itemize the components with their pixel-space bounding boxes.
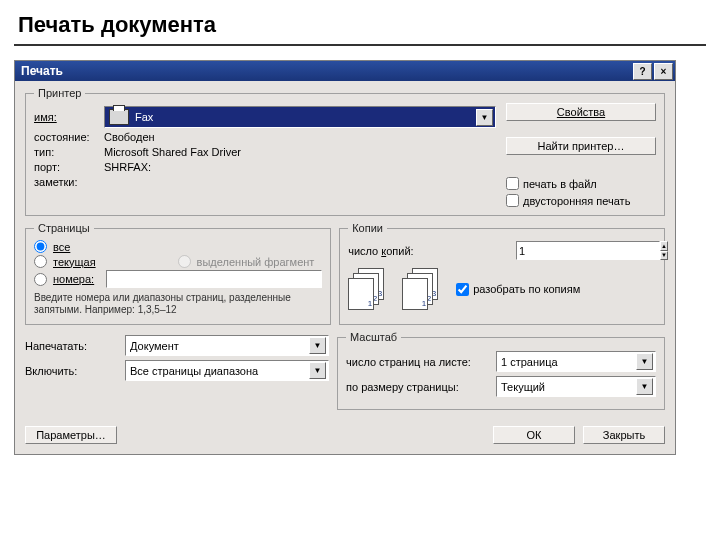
chevron-down-icon[interactable]: ▼	[636, 353, 653, 370]
printer-name-value: Fax	[135, 111, 153, 123]
collate-checkbox[interactable]: разобрать по копиям	[456, 283, 580, 296]
radio-selection	[178, 255, 191, 268]
copies-count-label: число копий:	[348, 245, 516, 257]
copies-spinner[interactable]: ▲▼	[516, 241, 656, 260]
scale-group: Масштаб число страниц на листе: 1 страни…	[337, 331, 665, 410]
radio-selection-label: выделенный фрагмент	[197, 256, 315, 268]
print-what-label: Напечатать:	[25, 340, 125, 352]
chevron-down-icon[interactable]: ▼	[309, 362, 326, 379]
copies-input[interactable]	[516, 241, 660, 260]
printer-name-label: имя:	[34, 111, 104, 123]
print-dialog: Печать ? × Принтер имя: Fax ▼ состо	[14, 60, 676, 455]
copies-legend: Копии	[348, 222, 387, 234]
print-what-select[interactable]: Документ▼	[125, 335, 329, 356]
pages-per-sheet-label: число страниц на листе:	[346, 356, 496, 368]
properties-button[interactable]: Свойства	[506, 103, 656, 121]
port-value: SHRFAX:	[104, 161, 151, 173]
fit-label: по размеру страницы:	[346, 381, 496, 393]
find-printer-button[interactable]: Найти принтер…	[506, 137, 656, 155]
collate-preview-2: 3 2 1	[402, 268, 436, 310]
radio-all-label: все	[53, 241, 70, 253]
ok-button[interactable]: ОК	[493, 426, 575, 444]
spin-up-icon[interactable]: ▲	[660, 241, 668, 251]
notes-label: заметки:	[34, 176, 104, 188]
radio-current[interactable]	[34, 255, 47, 268]
page-range-hint: Введите номера или диапазоны страниц, ра…	[34, 292, 322, 316]
options-button[interactable]: Параметры…	[25, 426, 117, 444]
radio-numbers-label: номера:	[53, 273, 94, 285]
radio-numbers[interactable]	[34, 273, 47, 286]
print-to-file-checkbox[interactable]: печать в файл	[506, 177, 656, 190]
printer-name-combo[interactable]: Fax ▼	[104, 106, 496, 128]
type-label: тип:	[34, 146, 104, 158]
port-label: порт:	[34, 161, 104, 173]
collate-preview-1: 3 2 1	[348, 268, 382, 310]
titlebar: Печать ? ×	[15, 61, 675, 81]
scale-legend: Масштаб	[346, 331, 401, 343]
dialog-title: Печать	[21, 64, 63, 78]
radio-current-label: текущая	[53, 256, 96, 268]
spin-down-icon[interactable]: ▼	[660, 251, 668, 261]
pages-per-sheet-select[interactable]: 1 страница▼	[496, 351, 656, 372]
cancel-button[interactable]: Закрыть	[583, 426, 665, 444]
printer-legend: Принтер	[34, 87, 85, 99]
close-button[interactable]: ×	[654, 63, 673, 80]
chevron-down-icon[interactable]: ▼	[309, 337, 326, 354]
chevron-down-icon[interactable]: ▼	[476, 109, 493, 126]
title-rule	[14, 44, 706, 46]
type-value: Microsoft Shared Fax Driver	[104, 146, 241, 158]
fit-select[interactable]: Текущий▼	[496, 376, 656, 397]
help-button[interactable]: ?	[633, 63, 652, 80]
state-value: Свободен	[104, 131, 155, 143]
include-select[interactable]: Все страницы диапазона▼	[125, 360, 329, 381]
state-label: состояние:	[34, 131, 104, 143]
copies-group: Копии число копий: ▲▼ 3 2 1 3	[339, 222, 665, 325]
page-range-input[interactable]	[106, 270, 322, 288]
chevron-down-icon[interactable]: ▼	[636, 378, 653, 395]
radio-all[interactable]	[34, 240, 47, 253]
printer-icon	[109, 109, 129, 125]
pages-legend: Страницы	[34, 222, 94, 234]
duplex-checkbox[interactable]: двусторонняя печать	[506, 194, 656, 207]
printer-group: Принтер имя: Fax ▼ состояние:Свободен ти…	[25, 87, 665, 216]
include-label: Включить:	[25, 365, 125, 377]
pages-group: Страницы все текущая выделенный фрагмент…	[25, 222, 331, 325]
slide-title: Печать документа	[18, 12, 706, 38]
